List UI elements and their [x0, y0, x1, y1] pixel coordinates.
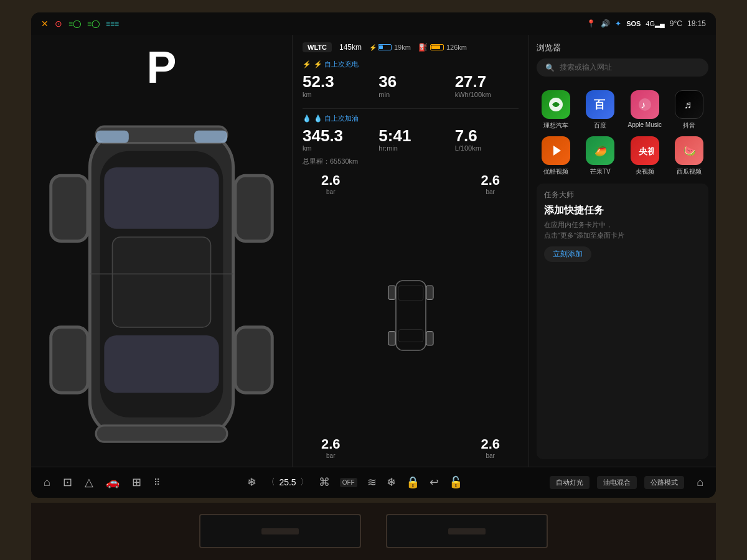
svg-rect-19 — [398, 286, 423, 301]
left-vent — [199, 514, 361, 548]
task-section-title: 任务大师 — [544, 190, 701, 200]
volume-icon: 🔊 — [601, 19, 610, 28]
douyin-label: 抖音 — [683, 121, 695, 130]
since-fuel-label: 💧 💧 自上次加油 — [303, 114, 519, 123]
gear-indicator: P — [39, 45, 284, 90]
xigua-label: 西瓜视频 — [677, 167, 702, 176]
sos-label: SOS — [626, 20, 641, 27]
seat-heat-icon[interactable]: ≋ — [367, 475, 377, 489]
task-section: 任务大师 添加快捷任务 在应用内任务卡片中，点击"更多"添加至桌面卡片 立刻添加 — [537, 184, 708, 459]
app-youku[interactable]: 优酷视频 — [537, 136, 575, 176]
unlock2-icon[interactable]: 🔓 — [449, 475, 463, 489]
svg-text:🥭: 🥭 — [594, 145, 607, 157]
app-douyin[interactable]: ♬ 抖音 — [670, 90, 709, 130]
front-right-tire: 2.6 bar — [481, 172, 500, 195]
car-screen: ✕ ⊙ ≡◯ ≡◯ ≡≡≡ 📍 🔊 ✦ SOS 4G▂▄ 9°C 18:15 P — [31, 12, 716, 498]
lock2-icon[interactable]: 🔒 — [406, 475, 420, 489]
app-apple-music[interactable]: ♪ Apple Music — [626, 90, 664, 130]
status-bar: ✕ ⊙ ≡◯ ≡◯ ≡≡≡ 📍 🔊 ✦ SOS 4G▂▄ 9°C 18:15 — [31, 12, 716, 35]
right-vent-slider — [448, 528, 486, 534]
app-lixiang[interactable]: 理想汽车 — [537, 90, 575, 130]
task-add-title: 添加快捷任务 — [544, 204, 701, 217]
total-distance: 总里程：65530km — [303, 157, 519, 166]
status-bar-right: 📍 🔊 ✦ SOS 4G▂▄ 9°C 18:15 — [586, 19, 706, 28]
youku-icon — [542, 136, 570, 165]
app-cctv[interactable]: 央视 央视频 — [626, 136, 664, 176]
svg-rect-17 — [388, 332, 395, 345]
browser-title: 浏览器 — [537, 42, 708, 54]
fan-icon[interactable]: ⌘ — [319, 475, 330, 489]
fuel-time: 5:41 hr:min — [378, 127, 442, 152]
outer-wrapper: ✕ ⊙ ≡◯ ≡◯ ≡≡≡ 📍 🔊 ✦ SOS 4G▂▄ 9°C 18:15 P — [0, 0, 747, 560]
rear-tires: 2.6 bar 2.6 bar — [303, 436, 519, 459]
main-content: P — [31, 35, 716, 467]
svg-rect-2 — [104, 167, 218, 229]
home2-icon[interactable]: ⌂ — [697, 476, 703, 489]
signal-icon: 4G▂▄ — [646, 20, 664, 28]
apple-music-label: Apple Music — [628, 121, 662, 128]
task-add-button[interactable]: 立刻添加 — [544, 246, 591, 262]
lixiang-label: 理想汽车 — [543, 121, 568, 130]
auto-light-btn[interactable]: 自动灯光 — [550, 476, 590, 489]
mango-label: 芒果TV — [590, 167, 611, 176]
car-image-area — [39, 90, 284, 498]
app-baidu[interactable]: 百 百度 — [581, 90, 620, 130]
bottom-right-modes: 自动灯光 油电混合 公路模式 ⌂ — [550, 476, 703, 489]
baidu-icon: 百 — [586, 90, 614, 119]
app-grid: 理想汽车 百 百度 ♪ Apple Music — [537, 90, 708, 176]
svg-text:♬: ♬ — [684, 99, 692, 111]
right-panel: 浏览器 🔍 搜索或输入网址 理想汽车 — [529, 35, 716, 467]
search-bar[interactable]: 🔍 搜索或输入网址 — [537, 58, 708, 77]
app-xigua[interactable]: 🍉 西瓜视频 — [670, 136, 709, 176]
eq-icon2: ≡◯ — [87, 19, 100, 28]
svg-rect-8 — [51, 327, 88, 393]
fuel-range: ⛽ 126km — [418, 43, 467, 52]
temp-increase-btn[interactable]: 〉 — [300, 477, 309, 488]
apple-music-icon: ♪ — [631, 90, 659, 119]
svg-rect-4 — [113, 237, 211, 327]
wltc-badge: WLTC — [303, 42, 332, 52]
road-mode-btn[interactable]: 公路模式 — [644, 476, 684, 489]
svg-rect-20 — [398, 330, 423, 342]
mirror-icon[interactable]: ↩ — [430, 475, 439, 489]
lixiang-icon — [542, 90, 570, 119]
tire-pressure-container: 2.6 bar 2.6 bar — [303, 172, 519, 459]
svg-text:央视: 央视 — [638, 146, 654, 156]
hybrid-mode-btn[interactable]: 油电混合 — [597, 476, 637, 489]
temperature-display: 9°C — [670, 19, 682, 28]
fuel-consumption: 7.6 L/100km — [455, 127, 519, 152]
svg-rect-9 — [235, 327, 272, 393]
left-panel: P — [31, 35, 293, 467]
xigua-icon: 🍉 — [675, 136, 703, 165]
tire-car-outline — [386, 275, 436, 356]
charge-stats-row: 52.3 km 36 min 27.7 kWh/100km — [303, 73, 519, 98]
fan-off-label: OFF — [340, 478, 357, 487]
svg-text:百: 百 — [594, 98, 606, 111]
eq-icon1: ≡◯ — [68, 19, 81, 28]
grid-icon: ≡≡≡ — [106, 19, 119, 28]
youku-label: 优酷视频 — [543, 167, 568, 176]
svg-rect-6 — [51, 175, 88, 241]
svg-marker-26 — [553, 146, 561, 156]
douyin-icon: ♬ — [675, 90, 703, 119]
range-info: WLTC 145km ⚡ 19km ⛽ — [303, 42, 519, 52]
app-mango[interactable]: 🥭 芒果TV — [581, 136, 620, 176]
search-icon: 🔍 — [545, 63, 555, 72]
charge-time: 36 min — [378, 73, 442, 98]
car-top-view-svg — [39, 90, 284, 498]
electric-range: ⚡ 19km — [369, 44, 411, 51]
front-left-tire: 2.6 bar — [321, 172, 341, 195]
browser-section: 浏览器 🔍 搜索或输入网址 — [537, 42, 708, 77]
svg-text:♪: ♪ — [641, 100, 646, 110]
wltc-range: 145km — [339, 43, 362, 52]
defrost-icon[interactable]: ❄ — [387, 475, 396, 489]
divider1 — [303, 108, 519, 109]
charge-distance: 52.3 km — [303, 73, 366, 98]
time-display: 18:15 — [687, 19, 706, 28]
circle-icon: ⊙ — [55, 19, 62, 29]
status-bar-left: ✕ ⊙ ≡◯ ≡◯ ≡≡≡ — [41, 19, 119, 29]
location-icon: 📍 — [586, 19, 596, 28]
fuel-distance: 345.3 km — [303, 127, 366, 152]
search-placeholder: 搜索或输入网址 — [560, 62, 612, 73]
left-vent-slider — [261, 528, 299, 534]
